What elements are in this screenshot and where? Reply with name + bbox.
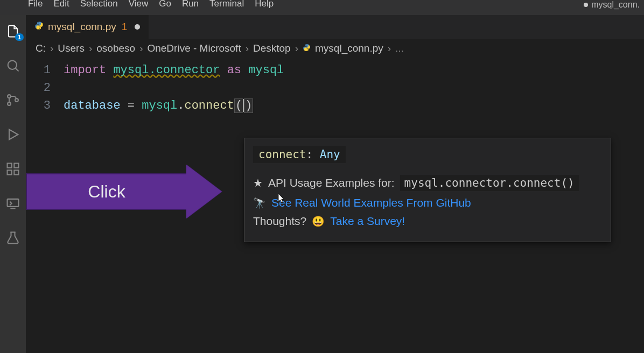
extensions-icon[interactable] [5, 161, 20, 176]
chevron-right-icon: › [246, 43, 249, 54]
svg-point-3 [15, 98, 18, 102]
svg-rect-6 [8, 170, 12, 174]
menu-go[interactable]: Go [153, 0, 177, 8]
survey-row: Thoughts? 😃 Take a Survey! [253, 215, 602, 228]
github-examples-row: 🔭 See Real World Examples From GitHub [253, 196, 602, 209]
code-line[interactable]: database = mysql.connect() [64, 97, 644, 115]
svg-rect-4 [8, 164, 12, 168]
api-usage-row: ★ API Usage Examples for: mysql.connecto… [253, 175, 602, 191]
editor-group: mysql_conn.py 1 C: › Users › osobeso › O… [26, 15, 644, 353]
menu-file[interactable]: File [23, 0, 48, 8]
line-number: 2 [26, 79, 51, 97]
chevron-right-icon: › [50, 43, 53, 54]
svg-rect-7 [14, 170, 18, 174]
tab-problem-count: 1 [122, 21, 128, 33]
smile-icon: 😃 [312, 215, 325, 228]
code-line[interactable]: import mysql.connector as mysql [64, 61, 644, 79]
thoughts-label: Thoughts? [253, 215, 306, 228]
crumb-file[interactable]: mysql_conn.py [315, 43, 383, 54]
remote-icon[interactable] [5, 196, 20, 211]
crumb-desktop[interactable]: Desktop [253, 43, 291, 54]
chevron-right-icon: › [388, 43, 391, 54]
menu-selection[interactable]: Selection [75, 0, 123, 8]
telescope-icon: 🔭 [253, 197, 266, 209]
menu-view[interactable]: View [123, 0, 154, 8]
signature-line: connect: Any [253, 146, 346, 163]
svg-point-2 [8, 102, 11, 105]
code-editor[interactable]: 1 2 3 import mysql.connector as mysql da… [26, 58, 644, 115]
svg-point-1 [8, 95, 11, 98]
chevron-right-icon: › [89, 43, 92, 54]
chevron-right-icon: › [139, 43, 143, 54]
line-number: 1 [26, 61, 51, 79]
tab-bar: mysql_conn.py 1 [26, 15, 644, 39]
breadcrumb[interactable]: C: › Users › osobeso › OneDrive - Micros… [26, 39, 644, 58]
svg-rect-8 [8, 199, 19, 207]
title-filename: mysql_conn. [591, 0, 640, 10]
menu-edit[interactable]: Edit [48, 0, 74, 8]
github-examples-link[interactable]: See Real World Examples From GitHub [271, 196, 471, 209]
chevron-right-icon: › [295, 43, 298, 54]
intellisense-hover: connect: Any ★ API Usage Examples for: m… [244, 138, 611, 242]
svg-rect-5 [14, 164, 18, 168]
testing-icon[interactable] [5, 230, 20, 245]
svg-point-0 [8, 61, 17, 69]
python-file-icon [34, 21, 44, 33]
tab-mysql-conn[interactable]: mysql_conn.py 1 [26, 15, 149, 39]
run-debug-icon[interactable] [5, 127, 20, 142]
api-usage-code: mysql.connector.connect() [400, 175, 579, 191]
line-number: 3 [26, 97, 51, 115]
take-survey-link[interactable]: Take a Survey! [330, 215, 405, 228]
source-control-icon[interactable] [5, 93, 20, 108]
crumb-osobeso[interactable]: osobeso [96, 43, 135, 54]
tab-dirty-icon [135, 24, 140, 30]
search-icon[interactable] [5, 58, 20, 73]
signature-name: connect [258, 148, 306, 161]
signature-type: Any [320, 148, 340, 161]
explorer-icon[interactable]: 1 [5, 24, 20, 39]
code-line[interactable] [64, 79, 644, 97]
python-file-icon [303, 44, 311, 54]
menu-bar: File Edit Selection View Go Run Terminal… [0, 0, 644, 15]
menu-help[interactable]: Help [249, 0, 279, 8]
menu-run[interactable]: Run [177, 0, 204, 8]
activity-bar: 1 [0, 15, 26, 353]
menu-terminal[interactable]: Terminal [204, 0, 249, 8]
explorer-badge: 1 [15, 33, 24, 41]
tab-filename: mysql_conn.py [48, 21, 116, 33]
crumb-trailing[interactable]: ... [395, 43, 404, 54]
window-title: mysql_conn. [584, 0, 644, 10]
crumb-onedrive[interactable]: OneDrive - Microsoft [147, 43, 241, 54]
dirty-dot-icon [584, 3, 588, 7]
crumb-c[interactable]: C: [36, 43, 46, 54]
api-usage-label: API Usage Examples for: [268, 176, 395, 189]
star-icon: ★ [253, 176, 263, 189]
crumb-users[interactable]: Users [58, 43, 85, 54]
code-area[interactable]: import mysql.connector as mysql database… [64, 61, 644, 115]
line-number-gutter: 1 2 3 [26, 61, 64, 115]
